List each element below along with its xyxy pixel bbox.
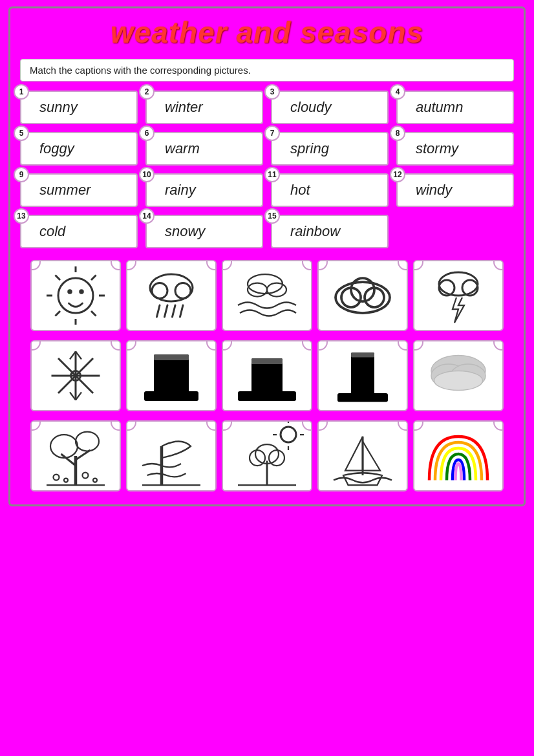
svg-point-65 — [250, 450, 265, 466]
pic-hat2 — [222, 340, 312, 411]
svg-rect-38 — [144, 391, 198, 401]
word-10: rainy — [165, 182, 196, 199]
svg-point-57 — [83, 473, 89, 479]
word-card-4: 4 autumn — [396, 91, 514, 124]
svg-point-53 — [50, 435, 78, 458]
pic-rainbow — [413, 420, 504, 491]
badge-4: 4 — [390, 84, 405, 100]
page-title: weather and seasons — [20, 15, 514, 50]
pic-storm — [413, 260, 504, 331]
svg-rect-37 — [154, 354, 189, 395]
word-card-1: 1 sunny — [20, 91, 138, 124]
pic-autumn — [30, 420, 121, 491]
pic-fog — [413, 340, 504, 411]
svg-rect-45 — [351, 352, 374, 358]
windy-scene-svg — [133, 420, 210, 491]
badge-10: 10 — [139, 167, 155, 182]
instruction-box: Match the captions with the correspondin… — [20, 59, 514, 81]
svg-point-1 — [67, 289, 72, 294]
instruction-text: Match the captions with the correspondin… — [30, 65, 251, 76]
svg-line-9 — [56, 311, 61, 316]
pic-sunny — [30, 260, 121, 331]
word-1: sunny — [39, 99, 78, 116]
svg-point-54 — [76, 432, 99, 451]
pic-row-2 — [20, 340, 514, 411]
pic-windy-scene — [126, 420, 217, 491]
word-grid: 1 sunny 2 winter 3 cloudy 4 autumn 5 fog… — [20, 91, 514, 248]
svg-point-58 — [93, 479, 97, 482]
hat1-svg — [133, 340, 210, 411]
word-12: windy — [416, 182, 452, 199]
badge-8: 8 — [390, 125, 405, 141]
pic-hat1 — [126, 340, 217, 411]
pic-cloud — [317, 260, 408, 331]
storm-svg — [420, 260, 497, 331]
svg-line-14 — [157, 305, 160, 317]
svg-line-51 — [61, 454, 76, 466]
rain-svg — [133, 260, 210, 331]
svg-point-0 — [58, 278, 93, 313]
svg-point-12 — [152, 283, 167, 299]
word-card-8: 8 stormy — [396, 132, 514, 166]
pic-hat3 — [317, 340, 408, 411]
svg-rect-44 — [337, 393, 388, 402]
word-3: cloudy — [290, 99, 332, 116]
summer-scene-svg — [228, 420, 306, 491]
badge-6: 6 — [139, 125, 155, 141]
badge-14: 14 — [139, 208, 155, 224]
pic-wind — [222, 260, 312, 331]
word-7: spring — [290, 140, 329, 157]
word-15: rainbow — [290, 223, 340, 240]
pic-rain — [126, 260, 217, 331]
svg-rect-39 — [154, 354, 189, 360]
snow-svg — [37, 340, 114, 411]
svg-line-7 — [56, 275, 61, 281]
word-6: warm — [165, 140, 200, 157]
svg-line-16 — [173, 305, 176, 317]
badge-13: 13 — [14, 208, 29, 224]
sunny-svg — [37, 260, 114, 331]
word-card-9: 9 summer — [20, 173, 138, 207]
badge-7: 7 — [264, 125, 280, 141]
badge-2: 2 — [139, 84, 155, 100]
word-14: snowy — [165, 223, 205, 240]
wind-svg — [228, 260, 306, 331]
word-8: stormy — [416, 140, 458, 157]
word-card-12: 12 windy — [396, 173, 514, 207]
word-4: autumn — [416, 99, 463, 116]
word-5: foggy — [39, 140, 74, 157]
pic-summer-scene — [222, 420, 312, 491]
word-card-10: 10 rainy — [145, 173, 263, 207]
svg-point-66 — [269, 450, 284, 466]
svg-rect-43 — [351, 352, 374, 395]
svg-point-25 — [439, 272, 478, 296]
hat3-svg — [324, 340, 401, 411]
badge-1: 1 — [14, 84, 29, 100]
autumn-svg — [37, 420, 114, 491]
badge-11: 11 — [264, 167, 280, 182]
rainbow-svg — [420, 420, 497, 491]
badge-12: 12 — [390, 167, 405, 182]
svg-point-20 — [267, 283, 286, 297]
svg-point-56 — [64, 479, 68, 482]
cloud-svg — [324, 260, 401, 331]
svg-rect-42 — [251, 358, 283, 364]
pic-row-3 — [20, 420, 514, 491]
pic-snow — [30, 340, 121, 411]
badge-3: 3 — [264, 84, 280, 100]
svg-rect-41 — [238, 391, 296, 401]
word-2: winter — [165, 99, 203, 116]
badge-9: 9 — [14, 167, 29, 182]
pic-sailing — [317, 420, 408, 491]
word-11: hot — [290, 182, 310, 199]
svg-point-21 — [336, 282, 390, 313]
svg-point-67 — [281, 427, 296, 442]
word-card-6: 6 warm — [145, 132, 263, 166]
svg-point-13 — [175, 283, 191, 299]
svg-point-55 — [54, 475, 59, 481]
word-card-11: 11 hot — [271, 173, 389, 207]
hat2-svg — [228, 340, 306, 411]
word-card-13: 13 cold — [20, 215, 138, 248]
word-9: summer — [39, 182, 91, 199]
sailing-svg — [324, 420, 401, 491]
